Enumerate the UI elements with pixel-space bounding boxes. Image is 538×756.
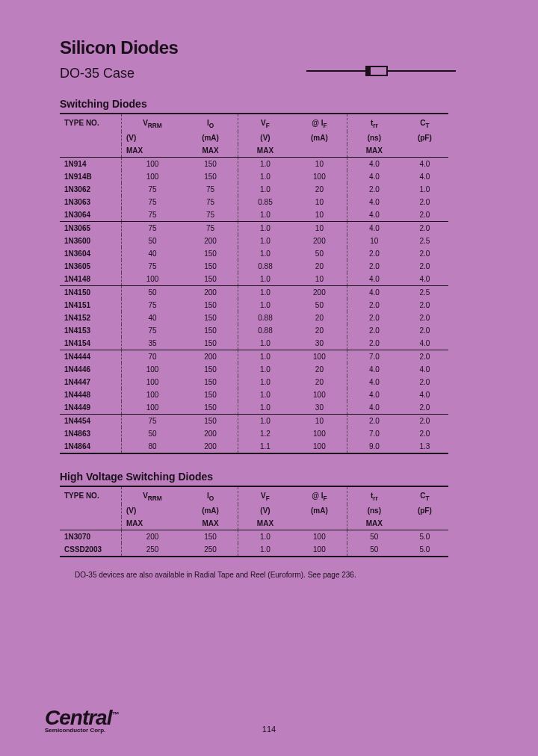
table-row: 1N44461001501.0204.04.0 bbox=[60, 363, 448, 376]
col-trr: trr bbox=[347, 114, 401, 131]
table-row: CSSD20032502501.0100505.0 bbox=[60, 543, 448, 557]
page-number: 114 bbox=[262, 725, 276, 734]
table-row: 1N44481001501.01004.04.0 bbox=[60, 388, 448, 401]
svg-rect-2 bbox=[366, 66, 371, 75]
footnote: DO-35 devices are also available in Radi… bbox=[75, 571, 493, 579]
table-row: 1N4444702001.01007.02.0 bbox=[60, 350, 448, 364]
page-title: Silicon Diodes bbox=[60, 37, 493, 58]
table-row: 1N4153751500.88202.02.0 bbox=[60, 324, 448, 337]
table-row: 1N4152401500.88202.02.0 bbox=[60, 312, 448, 324]
high-voltage-table: TYPE NO. VRRM IO VF @ IF trr CT (V) (mA)… bbox=[60, 486, 448, 557]
table-row: 1N3605751500.88202.02.0 bbox=[60, 260, 448, 273]
table-row: 1N41481001501.0104.04.0 bbox=[60, 273, 448, 286]
section1-title: Switching Diodes bbox=[60, 98, 493, 110]
table-row: 1N4151751501.0502.02.0 bbox=[60, 299, 448, 312]
table-row: 1N3604401501.0502.02.0 bbox=[60, 247, 448, 260]
col-ct: CT bbox=[401, 114, 448, 131]
table-row: 1N4864802001.11009.01.3 bbox=[60, 440, 448, 453]
col-vf: VF bbox=[238, 114, 292, 131]
table-row: 1N9141001501.0104.04.0 bbox=[60, 158, 448, 171]
table-row: 1N914B1001501.01004.04.0 bbox=[60, 170, 448, 183]
table-row: 1N30702001501.0100505.0 bbox=[60, 530, 448, 544]
col-type: TYPE NO. bbox=[60, 486, 122, 530]
table-row: 1N306375750.85104.02.0 bbox=[60, 196, 448, 208]
section2-title: High Voltage Switching Diodes bbox=[60, 471, 493, 483]
table-row: 1N3600502001.0200102.5 bbox=[60, 235, 448, 247]
table-row: 1N4863502001.21007.02.0 bbox=[60, 427, 448, 440]
col-type: TYPE NO. bbox=[60, 114, 122, 158]
col-if: @ IF bbox=[292, 114, 347, 131]
col-io: IO bbox=[183, 114, 238, 131]
table-row: 1N306575751.0104.02.0 bbox=[60, 222, 448, 235]
table-row: 1N4150502001.02004.02.5 bbox=[60, 286, 448, 300]
table-row: 1N4454751501.0102.02.0 bbox=[60, 415, 448, 428]
footer: Central™ Semiconductor Corp. 114 bbox=[45, 706, 493, 734]
table-row: 1N44491001501.0304.02.0 bbox=[60, 401, 448, 415]
col-vrrm: VRRM bbox=[122, 114, 184, 131]
table-row: 1N4154351501.0302.04.0 bbox=[60, 337, 448, 350]
diode-symbol-icon bbox=[306, 63, 456, 78]
table-row: 1N306275751.0202.01.0 bbox=[60, 183, 448, 196]
switching-diodes-table: TYPE NO. VRRM IO VF @ IF trr CT (V) (mA)… bbox=[60, 113, 448, 454]
table-row: 1N306475751.0104.02.0 bbox=[60, 208, 448, 222]
table-row: 1N44471001501.0204.02.0 bbox=[60, 376, 448, 388]
